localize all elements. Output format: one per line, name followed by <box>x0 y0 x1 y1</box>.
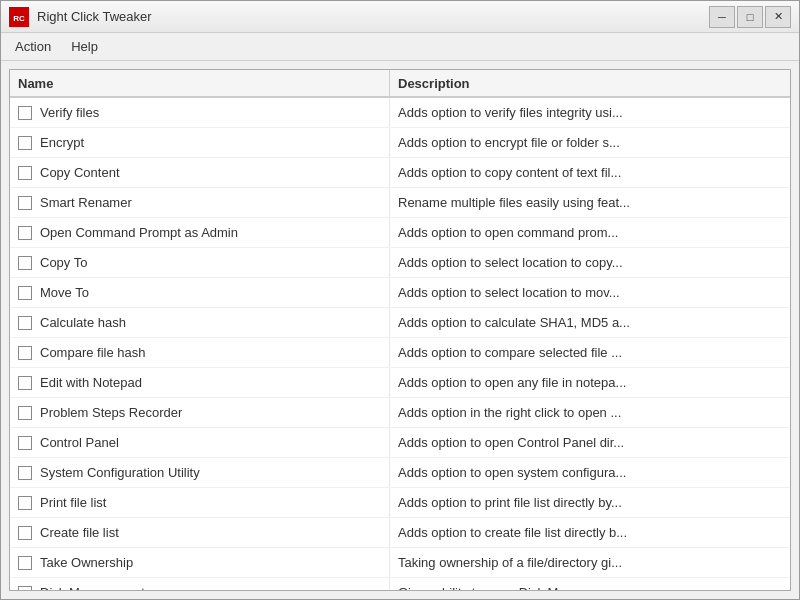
row-desc-text: Rename multiple files easily using feat.… <box>390 195 790 210</box>
row-desc-text: Adds option to create file list directly… <box>390 525 790 540</box>
svg-text:RC: RC <box>13 14 25 23</box>
window-title: Right Click Tweaker <box>37 9 152 24</box>
menu-bar: Action Help <box>1 33 799 61</box>
row-name-text: Move To <box>40 285 89 300</box>
row-checkbox[interactable] <box>18 526 32 540</box>
table-row[interactable]: Move ToAdds option to select location to… <box>10 278 790 308</box>
row-desc-text: Adds option to open system configura... <box>390 465 790 480</box>
row-name-text: Print file list <box>40 495 106 510</box>
row-name-text: Control Panel <box>40 435 119 450</box>
row-checkbox[interactable] <box>18 586 32 591</box>
window-controls: ─ □ ✕ <box>709 6 791 28</box>
row-name-cell: Print file list <box>10 488 390 517</box>
title-bar-left: RC Right Click Tweaker <box>9 7 152 27</box>
row-desc-text: Adds option to encrypt file or folder s.… <box>390 135 790 150</box>
row-desc-text: Adds option to print file list directly … <box>390 495 790 510</box>
row-checkbox[interactable] <box>18 466 32 480</box>
row-name-cell: Verify files <box>10 98 390 127</box>
table-row[interactable]: Take OwnershipTaking ownership of a file… <box>10 548 790 578</box>
row-checkbox[interactable] <box>18 286 32 300</box>
table-row[interactable]: Control PanelAdds option to open Control… <box>10 428 790 458</box>
row-name-text: Calculate hash <box>40 315 126 330</box>
row-desc-text: Adds option to select location to copy..… <box>390 255 790 270</box>
table-row[interactable]: Edit with NotepadAdds option to open any… <box>10 368 790 398</box>
row-checkbox[interactable] <box>18 136 32 150</box>
row-checkbox[interactable] <box>18 166 32 180</box>
row-checkbox[interactable] <box>18 406 32 420</box>
row-desc-text: Adds option to select location to mov... <box>390 285 790 300</box>
scroll-area[interactable]: Verify filesAdds option to verify files … <box>10 98 790 590</box>
row-checkbox[interactable] <box>18 436 32 450</box>
row-name-cell: Control Panel <box>10 428 390 457</box>
row-checkbox[interactable] <box>18 496 32 510</box>
close-button[interactable]: ✕ <box>765 6 791 28</box>
row-name-cell: System Configuration Utility <box>10 458 390 487</box>
list-header: Name Description <box>10 70 790 98</box>
row-desc-text: Adds option to verify files integrity us… <box>390 105 790 120</box>
row-name-cell: Copy Content <box>10 158 390 187</box>
row-checkbox[interactable] <box>18 196 32 210</box>
row-checkbox[interactable] <box>18 226 32 240</box>
row-checkbox[interactable] <box>18 376 32 390</box>
row-name-cell: Edit with Notepad <box>10 368 390 397</box>
row-checkbox[interactable] <box>18 556 32 570</box>
row-desc-text: Adds option to compare selected file ... <box>390 345 790 360</box>
row-name-text: Copy To <box>40 255 87 270</box>
row-name-cell: Compare file hash <box>10 338 390 367</box>
table-row[interactable]: System Configuration UtilityAdds option … <box>10 458 790 488</box>
row-desc-text: Adds option to copy content of text fil.… <box>390 165 790 180</box>
row-name-cell: Encrypt <box>10 128 390 157</box>
table-row[interactable]: Copy ContentAdds option to copy content … <box>10 158 790 188</box>
row-desc-text: Taking ownership of a file/directory gi.… <box>390 555 790 570</box>
row-name-cell: Create file list <box>10 518 390 547</box>
row-desc-text: Gives ability to open Disk Managemen... <box>390 585 790 590</box>
menu-action[interactable]: Action <box>5 35 61 58</box>
row-name-cell: Take Ownership <box>10 548 390 577</box>
row-desc-text: Adds option to open any file in notepa..… <box>390 375 790 390</box>
row-name-cell: Copy To <box>10 248 390 277</box>
row-desc-text: Adds option to open Control Panel dir... <box>390 435 790 450</box>
row-name-text: Open Command Prompt as Admin <box>40 225 238 240</box>
row-checkbox[interactable] <box>18 346 32 360</box>
table-row[interactable]: Calculate hashAdds option to calculate S… <box>10 308 790 338</box>
row-name-cell: Move To <box>10 278 390 307</box>
main-window: RC Right Click Tweaker ─ □ ✕ Action Help… <box>0 0 800 600</box>
table-row[interactable]: Copy ToAdds option to select location to… <box>10 248 790 278</box>
title-bar: RC Right Click Tweaker ─ □ ✕ <box>1 1 799 33</box>
table-row[interactable]: Verify filesAdds option to verify files … <box>10 98 790 128</box>
content-area: Name Description Verify filesAdds option… <box>1 61 799 599</box>
table-row[interactable]: Problem Steps RecorderAdds option in the… <box>10 398 790 428</box>
row-desc-text: Adds option to calculate SHA1, MD5 a... <box>390 315 790 330</box>
table-row[interactable]: Create file listAdds option to create fi… <box>10 518 790 548</box>
row-checkbox[interactable] <box>18 256 32 270</box>
table-row[interactable]: Print file listAdds option to print file… <box>10 488 790 518</box>
row-name-text: Smart Renamer <box>40 195 132 210</box>
list-container: Name Description Verify filesAdds option… <box>9 69 791 591</box>
row-name-text: Compare file hash <box>40 345 146 360</box>
row-name-text: Encrypt <box>40 135 84 150</box>
table-row[interactable]: Disk ManagementGives ability to open Dis… <box>10 578 790 590</box>
row-name-text: Take Ownership <box>40 555 133 570</box>
column-header-name: Name <box>10 70 390 96</box>
menu-help[interactable]: Help <box>61 35 108 58</box>
row-checkbox[interactable] <box>18 106 32 120</box>
row-checkbox[interactable] <box>18 316 32 330</box>
row-name-cell: Disk Management <box>10 578 390 590</box>
row-name-cell: Calculate hash <box>10 308 390 337</box>
app-icon: RC <box>9 7 29 27</box>
row-name-text: Verify files <box>40 105 99 120</box>
minimize-button[interactable]: ─ <box>709 6 735 28</box>
table-row[interactable]: Smart RenamerRename multiple files easil… <box>10 188 790 218</box>
row-name-text: Create file list <box>40 525 119 540</box>
table-row[interactable]: Open Command Prompt as AdminAdds option … <box>10 218 790 248</box>
table-row[interactable]: EncryptAdds option to encrypt file or fo… <box>10 128 790 158</box>
row-name-cell: Open Command Prompt as Admin <box>10 218 390 247</box>
column-header-desc: Description <box>390 70 790 96</box>
table-row[interactable]: Compare file hashAdds option to compare … <box>10 338 790 368</box>
row-name-cell: Smart Renamer <box>10 188 390 217</box>
maximize-button[interactable]: □ <box>737 6 763 28</box>
row-name-cell: Problem Steps Recorder <box>10 398 390 427</box>
row-desc-text: Adds option in the right click to open .… <box>390 405 790 420</box>
row-name-text: Problem Steps Recorder <box>40 405 182 420</box>
row-name-text: System Configuration Utility <box>40 465 200 480</box>
